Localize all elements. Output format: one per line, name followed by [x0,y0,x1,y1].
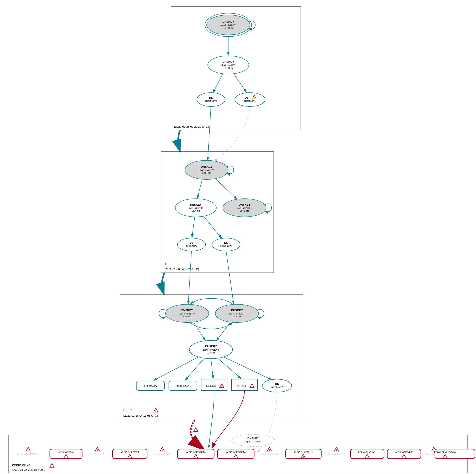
svg-text:2048 bits: 2048 bits [202,172,211,174]
svg-point-31 [177,238,205,251]
svg-text:2048 bits: 2048 bits [183,315,192,318]
error-icon [26,447,30,451]
svg-text:kenic.or.ke/NS: kenic.or.ke/NS [395,450,413,454]
svg-text:kenic.or.ke/SOA: kenic.or.ke/SOA [261,453,278,455]
svg-text:alg=8, id=20326: alg=8, id=20326 [221,24,236,26]
zone-kenic: kenic.or.ke (2022-01-26 08:04:17 UTC) DN… [9,434,475,473]
node-k-a2: kenic.or.ke/A [90,447,104,455]
zone-ke: ke (2022-01-26 04:17:28 UTC) DNSKEY alg=… [161,152,274,273]
svg-text:DNSKEY: DNSKEY [181,309,193,312]
svg-text:kenic.or.ke/MX: kenic.or.ke/MX [120,450,139,454]
node-root-ds1: DS digest alg=2 [197,93,225,106]
error-icon [267,447,272,451]
zone-orke-ts: (2022-01-26 04:18:06 UTC) [123,414,158,417]
svg-text:or.ke/SOA: or.ke/SOA [176,384,189,387]
zone-root-ts: (2022-01-26 00:22:20 UTC) [174,125,209,128]
edge-keds2-orke [226,251,234,304]
node-k-mx2: kenic.or.ke/MX [154,447,170,455]
zone-kenic-ts: (2022-01-26 08:04:17 UTC) [12,468,47,471]
node-k-aaaa: kenic.or.ke/AAAA [434,449,475,459]
node-orke-soa2: or.ke/SOA [169,381,197,390]
svg-text:digest alg=2: digest alg=2 [220,245,232,247]
svg-text:alg=13, id=52798: alg=13, id=52798 [245,440,262,443]
zone-ke-label: ke [164,262,169,266]
svg-point-34 [212,238,240,251]
svg-text:DNSKEY: DNSKEY [222,20,234,23]
svg-text:alg=8, id=3198: alg=8, id=3198 [189,207,203,209]
svg-text:DNSKEY: DNSKEY [247,437,259,440]
svg-text:alg=8, id=15787: alg=8, id=15787 [179,313,195,315]
node-k-txt: kenic.or.ke/TXT [286,449,321,459]
svg-text:digest alg=1: digest alg=1 [244,100,256,102]
node-orke-nsec2: NSEC3 [232,379,257,390]
svg-text:kenic.or.ke/MX: kenic.or.ke/MX [154,453,170,455]
edge-ds1-keksk [208,106,211,160]
svg-text:DS: DS [275,382,279,386]
node-kenic-key: DNSKEY alg=13, id=52798 [232,434,275,446]
svg-text:NSEC3: NSEC3 [206,384,216,387]
zone-root-label: . [174,119,175,123]
svg-text:DNSKEY: DNSKEY [205,345,217,348]
error-icon [194,428,198,432]
node-ke-ds2: DS digest alg=2 [212,238,240,251]
svg-text:DS: DS [189,241,193,244]
node-orke-nsec1: NSEC3 [201,379,227,390]
svg-text:kenic.or.ke/NS: kenic.or.ke/NS [358,450,376,454]
error-icon [160,447,164,451]
svg-text:alg=8, id=10600: alg=8, id=10600 [237,207,252,209]
svg-text:alg=8, id=39427: alg=8, id=39427 [229,313,245,315]
edge-ds2-keksk [214,106,250,161]
node-ke-zsk: DNSKEY alg=8, id=3198 1024 bits [175,199,216,217]
svg-text:digest alg=2: digest alg=2 [205,100,217,102]
svg-text:alg=8, id=11298: alg=8, id=11298 [203,349,219,351]
edge-deleg-root-ke [178,130,180,152]
svg-text:digest alg=2: digest alg=2 [271,386,283,388]
svg-text:DS: DS [209,96,213,99]
svg-text:DS: DS [245,96,249,99]
zone-orke-label: or.ke [123,408,132,412]
node-ke-key2: DNSKEY alg=8, id=10600 2048 bits [223,199,272,217]
svg-text:kenic.or.ke/A: kenic.or.ke/A [90,453,104,455]
error-icon [95,447,100,451]
svg-point-60 [262,379,292,392]
svg-point-12 [197,93,225,106]
svg-point-15 [235,93,265,106]
svg-text:DNSKEY: DNSKEY [201,165,213,168]
svg-rect-55 [201,379,227,381]
svg-text:NSEC3: NSEC3 [237,384,246,387]
svg-text:kenic.or.ke/SOA: kenic.or.ke/SOA [186,450,206,454]
svg-text:kenic.or.ke/A: kenic.or.ke/A [58,450,74,454]
zone-kenic-label: kenic.or.ke [12,463,31,467]
svg-rect-58 [232,379,257,381]
svg-text:2048 bits: 2048 bits [233,315,241,318]
node-root-ksk: DNSKEY alg=8, id=20326 2048 bits [205,13,255,36]
svg-text:alg=8, id=9799: alg=8, id=9799 [221,64,236,67]
svg-text:1024 bits: 1024 bits [207,351,216,354]
node-root-zsk: DNSKEY alg=8, id=9799 2048 bits [208,56,249,74]
error-icon [334,447,339,451]
node-orke-ds: DS digest alg=2 [262,379,292,392]
svg-text:digest alg=2: digest alg=2 [186,245,198,247]
error-icon [154,408,158,412]
node-ke-ksk: DNSKEY alg=8, id=41201 2048 bits [185,160,234,179]
svg-text:alg=8, id=41201: alg=8, id=41201 [199,169,214,171]
svg-text:DS: DS [224,241,228,244]
node-k-dnskey: kenic.or.ke/DNSKEY [17,447,39,455]
edge-deleg-ke-orke [162,273,164,294]
node-k-soa2: kenic.or.ke/SOA [218,449,254,459]
node-k-ns: kenic.or.ke/NS [351,449,384,459]
svg-text:kenic.or.ke/TXT: kenic.or.ke/TXT [328,453,345,455]
edge-deleg-orke-kenic [191,420,203,449]
svg-text:2048 bits: 2048 bits [240,210,249,212]
node-orke-ksk1: DNSKEY alg=8, id=15787 2048 bits [159,304,209,322]
edge-keds1-orke [188,251,191,304]
svg-text:DNSKEY: DNSKEY [231,309,243,312]
dnssec-diagram: ! ! . (2022-01-26 00:22:20 UTC) DNSKEY a… [0,0,476,474]
zone-root: . (2022-01-26 00:22:20 UTC) DNSKEY alg=8… [171,6,301,130]
svg-text:kenic.or.ke/TXT: kenic.or.ke/TXT [294,450,313,454]
svg-text:DNSKEY: DNSKEY [222,60,234,63]
svg-text:1024 bits: 1024 bits [191,210,200,212]
node-root-ds2: DS digest alg=1 [235,93,265,106]
svg-text:kenic.or.ke/SOA: kenic.or.ke/SOA [226,450,246,454]
node-orke-zsk: DNSKEY alg=8, id=11298 1024 bits [189,340,233,359]
